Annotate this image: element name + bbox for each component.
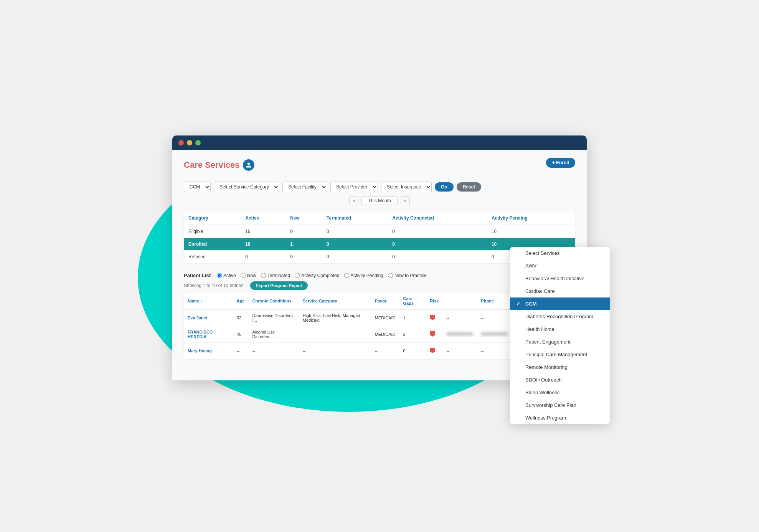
summary-header-row: Category Active New Terminated Activity … (184, 211, 575, 225)
col-category: Category (184, 211, 241, 225)
titlebar (172, 135, 587, 150)
enroll-button[interactable]: + Enroll (546, 158, 575, 168)
col-terminated: Terminated (322, 211, 388, 225)
enrolled-new: 1 (285, 238, 322, 251)
showing-text: Showing 1 to 10 of 10 entries (184, 283, 243, 288)
radio-active[interactable]: Active (217, 273, 236, 278)
col-active: Active (241, 211, 285, 225)
patient-phone-3: -- (477, 343, 512, 359)
radio-activity-pending[interactable]: Activity Pending (344, 273, 383, 278)
window-maximize-dot[interactable] (195, 140, 201, 145)
export-button[interactable]: Export Program Report (250, 281, 308, 290)
patient-service-2: -- (299, 326, 371, 343)
patient-phone-1: -- (477, 309, 512, 326)
th-age: Age (233, 293, 249, 309)
dropdown-label-sleep: Sleep Wellness (525, 390, 559, 395)
filters-row: CCM Select Service Category Select Facil… (184, 182, 575, 192)
dropdown-item-awv[interactable]: AWV (510, 259, 610, 272)
dropdown-item-remote[interactable]: Remote Monitoring (510, 361, 610, 373)
dropdown-label-select-services: Select Services (525, 250, 560, 256)
eligible-new: 0 (285, 225, 322, 238)
col-new: New (285, 211, 322, 225)
window-minimize-dot[interactable] (187, 140, 192, 145)
patient-risk2-1: -- (442, 309, 477, 326)
outer-background: Care Services + Enroll CCM Select Servic… (149, 120, 610, 412)
dropdown-label-health-home: Health Home (525, 326, 554, 332)
refused-terminated: 0 (322, 251, 388, 263)
enrolled-terminated: 0 (322, 238, 388, 251)
th-phone: Phone (477, 293, 512, 309)
patient-risk-flag-2 (426, 326, 442, 343)
services-dropdown[interactable]: Select Services AWV Behavioral Health In… (510, 247, 610, 424)
th-conditions: Chronic Conditions (249, 293, 299, 309)
dropdown-label-cardiac: Cardiac Care (525, 288, 555, 294)
dropdown-item-patient-engagement[interactable]: Patient Engagement (510, 335, 610, 348)
th-service-cat: Service Category (299, 293, 371, 309)
patient-name-2[interactable]: FRANCISCO HEREDIA (184, 326, 233, 343)
patient-name-1[interactable]: Eva Janet (184, 309, 233, 326)
date-navigation: « This Month » (184, 196, 575, 205)
prev-month-button[interactable]: « (349, 196, 358, 205)
patient-gaps-1: 1 (399, 309, 426, 326)
refused-category: Refused (184, 251, 241, 263)
service-category-select[interactable]: Select Service Category (214, 182, 279, 192)
patient-name-3[interactable]: Mary Huang (184, 343, 233, 359)
th-name: Name ↑ (184, 293, 233, 309)
header-row: Care Services + Enroll (184, 159, 575, 177)
facility-select[interactable]: Select Facility (282, 182, 327, 192)
radio-terminated[interactable]: Terminated (261, 273, 290, 278)
check-ccm: ✓ (516, 301, 522, 307)
go-button[interactable]: Go (435, 182, 454, 192)
dropdown-item-health-home[interactable]: Health Home (510, 323, 610, 335)
dropdown-label-drp: Diabetes Recognition Program (525, 314, 593, 319)
radio-new-to-practice[interactable]: New to Practice (388, 273, 427, 278)
dropdown-item-survivorship[interactable]: Survivorship Care Plan (510, 399, 610, 411)
next-month-button[interactable]: » (401, 196, 410, 205)
refused-active: 0 (241, 251, 285, 263)
th-payor: Payor (371, 293, 399, 309)
enrolled-category: Enrolled (184, 238, 241, 251)
enrolled-active: 10 (241, 238, 285, 251)
patient-list-title: Patient List (184, 273, 211, 278)
dropdown-label-ccm: CCM (525, 301, 537, 307)
patient-conditions-2: Alcohol Use Disorders, ... (249, 326, 299, 343)
summary-row-eligible: Eligible 16 0 0 0 16 (184, 225, 575, 238)
service-select[interactable]: CCM (184, 182, 211, 192)
window-close-dot[interactable] (178, 140, 184, 145)
th-risk: Risk (426, 293, 442, 309)
app-window: Care Services + Enroll CCM Select Servic… (172, 135, 587, 380)
patient-service-1: High Risk, Low Risk, Managed Medicaid (299, 309, 371, 326)
enrolled-completed: 0 (388, 238, 487, 251)
dropdown-item-pcm[interactable]: Principal Care Management (510, 348, 610, 361)
dropdown-label-survivorship: Survivorship Care Plan (525, 402, 576, 408)
reset-button[interactable]: Reset (457, 182, 482, 192)
insurance-select[interactable]: Select Insurance (381, 182, 432, 192)
dropdown-item-select-services[interactable]: Select Services (510, 247, 610, 259)
col-activity-pending: Activity Pending (487, 211, 575, 225)
dropdown-item-sdoh[interactable]: SDOH Outreach (510, 373, 610, 386)
patient-risk-flag-1 (426, 309, 442, 326)
provider-select[interactable]: Select Provider (330, 182, 378, 192)
current-month-label: This Month (361, 197, 397, 205)
col-activity-completed: Activity Completed (388, 211, 487, 225)
dropdown-item-bhi[interactable]: Behavioral Health Initiative (510, 272, 610, 285)
radio-new[interactable]: New (241, 273, 256, 278)
patient-age-2: 45 (233, 326, 249, 343)
dropdown-item-wellness[interactable]: Wellness Program (510, 411, 610, 424)
radio-activity-completed[interactable]: Activity Completed (295, 273, 339, 278)
patient-age-3: -- (233, 343, 249, 359)
dropdown-label-wellness: Wellness Program (525, 415, 566, 421)
eligible-completed: 0 (388, 225, 487, 238)
dropdown-item-ccm[interactable]: ✓ CCM (510, 297, 610, 310)
dropdown-label-pcm: Principal Care Management (525, 352, 587, 357)
dropdown-item-drp[interactable]: Diabetes Recognition Program (510, 310, 610, 323)
dropdown-label-bhi: Behavioral Health Initiative (525, 276, 584, 281)
dropdown-item-cardiac[interactable]: Cardiac Care (510, 285, 610, 297)
th-risk2 (442, 293, 477, 309)
page-header: Care Services (184, 159, 254, 171)
eligible-terminated: 0 (322, 225, 388, 238)
avatar-icon (243, 159, 254, 171)
patient-gaps-2: 2 (399, 326, 426, 343)
patient-conditions-1: Depressive Disorders, I... (249, 309, 299, 326)
dropdown-item-sleep[interactable]: Sleep Wellness (510, 386, 610, 399)
